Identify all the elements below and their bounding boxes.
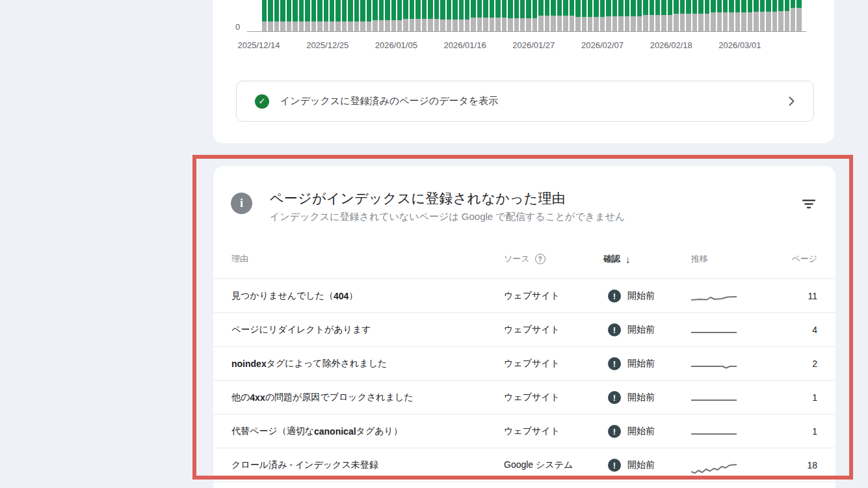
stacked-bar xyxy=(533,0,537,31)
reason-table-row[interactable]: 見つかりませんでした（404）ウェブサイト!開始前11 xyxy=(213,279,835,313)
trend-sparkline xyxy=(691,279,737,313)
trend-sparkline xyxy=(691,381,737,414)
stacked-bar xyxy=(477,0,482,31)
stacked-bar xyxy=(502,0,506,31)
stacked-bar xyxy=(428,0,432,31)
stacked-bar xyxy=(373,0,377,31)
trend-sparkline xyxy=(691,347,737,381)
stacked-bar xyxy=(397,0,402,31)
column-header-source[interactable]: ソース ? xyxy=(504,253,546,265)
help-icon[interactable]: ? xyxy=(535,254,546,264)
column-header-pages[interactable]: ページ xyxy=(791,253,817,265)
reason-table-row[interactable]: ページにリダイレクトがありますウェブサイト!開始前4 xyxy=(213,313,835,347)
stacked-bar xyxy=(606,0,611,31)
error-exclamation-icon: ! xyxy=(608,425,621,438)
stacked-bar xyxy=(465,0,469,31)
validation-label: 開始前 xyxy=(627,324,655,336)
stacked-bar xyxy=(526,0,531,31)
pages-count: 1 xyxy=(812,381,817,414)
error-exclamation-icon: ! xyxy=(608,459,621,472)
stacked-bar xyxy=(796,0,801,31)
reason-label: 見つかりませんでした（404） xyxy=(231,279,358,313)
stacked-bar xyxy=(514,0,519,31)
reason-label: クロール済み - インデックス未登録 xyxy=(231,448,378,482)
reason-table-row[interactable]: クロール済み - インデックス未登録Google システム!開始前18 xyxy=(213,448,835,482)
x-tick-label: 2026/01/16 xyxy=(444,40,486,50)
stacked-bar xyxy=(367,0,371,31)
pages-count: 1 xyxy=(812,414,817,448)
filter-list-icon[interactable] xyxy=(800,195,818,213)
source-label: ウェブサイト xyxy=(504,347,560,381)
stacked-bar xyxy=(637,0,642,31)
stacked-bar xyxy=(262,0,267,31)
stacked-bar xyxy=(447,0,451,31)
trend-sparkline xyxy=(691,448,737,482)
stacked-bar xyxy=(495,0,500,31)
reason-table-row[interactable]: 他の 4xx の問題が原因でブロックされましたウェブサイト!開始前1 xyxy=(213,381,835,414)
x-tick-label: 2025/12/25 xyxy=(306,40,349,50)
stacked-bar xyxy=(324,0,328,31)
stacked-bar xyxy=(631,0,635,31)
stacked-bar xyxy=(575,0,580,31)
column-header-validation[interactable]: 確認 ↓ xyxy=(603,253,631,265)
stacked-bar xyxy=(778,0,783,31)
stacked-bar xyxy=(717,0,722,31)
stacked-bar xyxy=(311,0,316,31)
validation-label: 開始前 xyxy=(627,290,655,302)
validation-status: !開始前 xyxy=(608,414,655,448)
stacked-bar xyxy=(692,0,697,31)
sort-descending-icon: ↓ xyxy=(625,254,631,265)
x-tick-label: 2025/12/14 xyxy=(237,40,280,50)
stacked-bar xyxy=(403,0,408,31)
stacked-bar xyxy=(741,0,746,31)
chart-bars xyxy=(262,0,802,31)
stacked-bar xyxy=(754,0,758,31)
trend-sparkline xyxy=(691,414,737,448)
validation-status: !開始前 xyxy=(608,279,655,313)
column-header-reason[interactable]: 理由 xyxy=(231,253,248,265)
x-tick-label: 2026/03/01 xyxy=(718,40,761,50)
stacked-bar xyxy=(410,0,414,31)
page-background: 0 2025/12/142025/12/252026/01/052026/01/… xyxy=(0,0,868,488)
stacked-bar xyxy=(600,0,605,31)
view-indexed-pages-banner[interactable]: ✓ インデックスに登録済みのページのデータを表示 xyxy=(236,81,814,122)
stacked-bar xyxy=(772,0,777,31)
x-axis-tick-labels: 2025/12/142025/12/252026/01/052026/01/16… xyxy=(213,40,834,53)
reason-label: 代替ページ（適切な canonical タグあり） xyxy=(231,414,402,448)
stacked-bar xyxy=(698,0,703,31)
stacked-bar xyxy=(785,0,789,31)
stacked-bar xyxy=(612,0,617,31)
stacked-bar xyxy=(668,0,672,31)
reasons-card-title: ページがインデックスに登録されなかった理由 xyxy=(270,189,566,208)
stacked-bar xyxy=(538,0,543,31)
error-exclamation-icon: ! xyxy=(608,357,621,370)
source-label: Google システム xyxy=(504,448,573,482)
stacked-bar xyxy=(483,0,488,31)
pages-count: 18 xyxy=(807,448,817,482)
column-header-source-label: ソース xyxy=(504,253,530,265)
stacked-bar xyxy=(490,0,494,31)
x-tick-label: 2026/01/05 xyxy=(375,40,417,50)
column-header-trend[interactable]: 推移 xyxy=(691,253,708,265)
pages-count: 11 xyxy=(808,279,817,313)
stacked-bar xyxy=(594,0,598,31)
stacked-bar xyxy=(557,0,562,31)
stacked-bar xyxy=(680,0,685,31)
pages-count: 4 xyxy=(812,313,817,347)
validation-label: 開始前 xyxy=(627,426,655,437)
reason-table-row[interactable]: 代替ページ（適切な canonical タグあり）ウェブサイト!開始前1 xyxy=(213,414,835,448)
validation-status: !開始前 xyxy=(608,381,655,414)
reason-table-row[interactable]: noindex タグによって除外されましたウェブサイト!開始前2 xyxy=(213,347,835,381)
indexing-chart[interactable]: 0 2025/12/142025/12/252026/01/052026/01/… xyxy=(213,0,834,61)
stacked-bar xyxy=(625,0,629,31)
stacked-bar xyxy=(391,0,396,31)
stacked-bar xyxy=(723,0,728,31)
stacked-bar xyxy=(280,0,285,31)
check-circle-icon: ✓ xyxy=(255,94,269,109)
validation-status: !開始前 xyxy=(608,313,655,347)
stacked-bar xyxy=(705,0,709,31)
stacked-bar xyxy=(348,0,352,31)
stacked-bar xyxy=(520,0,525,31)
stacked-bar xyxy=(317,0,322,31)
stacked-bar xyxy=(385,0,389,31)
